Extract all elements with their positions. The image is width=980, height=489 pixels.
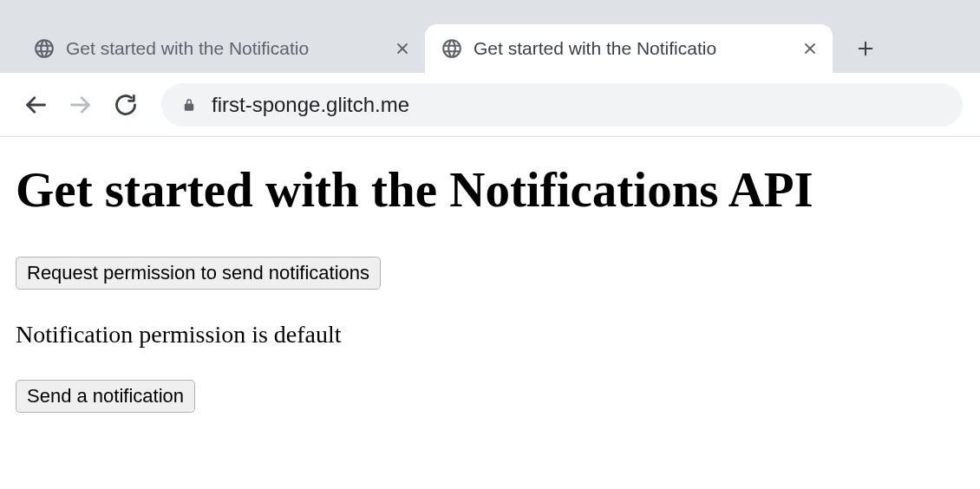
close-icon[interactable] — [800, 38, 820, 59]
request-permission-button[interactable]: Request permission to send notifications — [16, 257, 381, 290]
browser-tab-inactive[interactable]: Get started with the Notificatio — [17, 24, 425, 73]
address-bar[interactable]: first-sponge.glitch.me — [161, 83, 963, 127]
page-content: Get started with the Notifications API R… — [0, 137, 980, 437]
tab-title: Get started with the Notificatio — [474, 38, 793, 59]
back-button[interactable] — [21, 90, 50, 120]
globe-icon — [441, 37, 463, 60]
browser-tab-active[interactable]: Get started with the Notificatio — [425, 24, 833, 73]
close-icon[interactable] — [392, 38, 413, 59]
globe-icon — [33, 37, 56, 60]
url-text: first-sponge.glitch.me — [212, 93, 409, 117]
tab-title: Get started with the Notificatio — [66, 38, 385, 59]
new-tab-button[interactable] — [846, 29, 885, 68]
lock-icon — [180, 96, 198, 114]
reload-button[interactable] — [111, 90, 140, 120]
permission-status: Notification permission is default — [16, 321, 964, 349]
send-notification-button[interactable]: Send a notification — [16, 380, 195, 413]
tab-strip: Get started with the Notificatio Get sta… — [17, 12, 885, 73]
toolbar: first-sponge.glitch.me — [0, 73, 980, 137]
tab-bar: Get started with the Notificatio Get sta… — [0, 0, 980, 73]
page-heading: Get started with the Notifications API — [16, 161, 964, 218]
forward-button[interactable] — [66, 90, 95, 120]
